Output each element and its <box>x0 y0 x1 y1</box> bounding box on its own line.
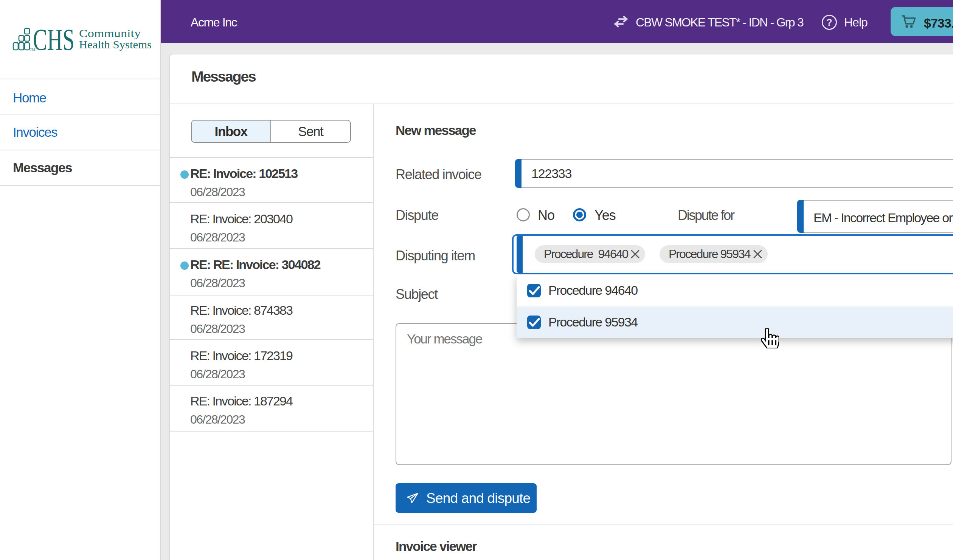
svg-text:Community: Community <box>79 27 141 39</box>
svg-text:Health Systems: Health Systems <box>79 38 152 51</box>
svg-text:CHS: CHS <box>33 26 75 53</box>
